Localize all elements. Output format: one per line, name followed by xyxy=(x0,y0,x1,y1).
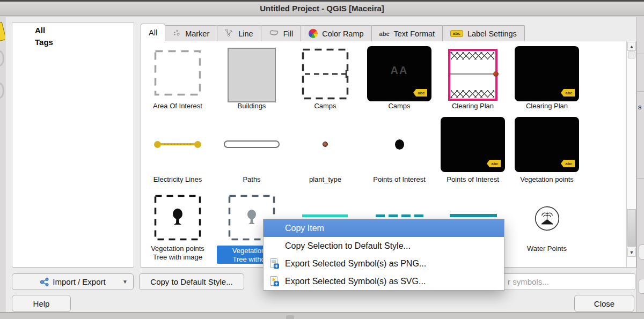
symbol-vegetation-points-label[interactable]: abc xyxy=(515,117,579,172)
symbol-label: plant_type xyxy=(288,175,362,183)
qgis-style-manager-window: Untitled Project - QGIS [Maceira] s All … xyxy=(0,0,644,319)
window-title: Untitled Project - QGIS [Maceira] xyxy=(260,4,384,13)
abc-badge-icon: abc xyxy=(561,89,575,97)
close-button[interactable]: Close xyxy=(574,295,634,312)
tags-panel[interactable]: All Tags xyxy=(12,22,134,268)
symbol-label: Buildings xyxy=(215,102,289,110)
tab-all[interactable]: All xyxy=(141,24,165,41)
color-ramp-icon xyxy=(309,29,318,38)
symbol-hidden-teal[interactable] xyxy=(302,214,348,217)
tab-fill[interactable]: Fill xyxy=(261,25,302,41)
symbol-clearing-plan[interactable]: + + xyxy=(448,49,497,101)
tab-text-format[interactable]: abc Text Format xyxy=(371,25,443,41)
scroll-down-button[interactable]: ▼ xyxy=(627,248,636,257)
symbol-label: Area Of Interest xyxy=(141,102,215,110)
svg-file-icon xyxy=(268,276,280,289)
symbol-label: Clearing Plan xyxy=(510,102,584,110)
symbol-label: Camps xyxy=(362,102,436,110)
symbol-plant-type[interactable] xyxy=(323,142,328,147)
style-manager-dialog: All Tags All Marker Line xyxy=(5,17,636,312)
menu-item-copy-selection-default[interactable]: Copy Selection to Default Style... xyxy=(264,237,504,255)
symbol-label: Points of Interest xyxy=(362,175,436,183)
tab-line[interactable]: Line xyxy=(217,25,261,41)
symbol-label: Vegetation points xyxy=(141,244,215,253)
symbol-hidden-teal-dash[interactable] xyxy=(376,214,385,217)
tag-group-tags[interactable]: Tags xyxy=(35,38,53,47)
tile-sample-text: AA xyxy=(367,64,431,77)
symbol-hidden-teal[interactable] xyxy=(450,214,497,217)
style-manager-icon xyxy=(0,22,5,42)
symbol-label: Paths xyxy=(215,175,289,183)
symbol-buildings[interactable] xyxy=(228,48,276,102)
symbol-hidden-teal-dash[interactable] xyxy=(401,214,411,217)
scrollbar-thumb-lower[interactable] xyxy=(627,209,636,247)
tab-color-ramp[interactable]: Color Ramp xyxy=(301,25,371,41)
panel-edge-text: s xyxy=(638,103,642,111)
tab-marker[interactable]: Marker xyxy=(165,25,217,41)
filter-symbols-input[interactable] xyxy=(502,273,635,290)
chevron-down-icon: ▼ xyxy=(122,279,128,285)
scroll-up-button[interactable]: ▲ xyxy=(627,42,636,51)
toolbar-icon xyxy=(0,50,4,66)
type-tab-bar: All Marker Line Fill xyxy=(141,24,525,41)
copy-to-default-style-button[interactable]: Copy to Default Style... xyxy=(139,273,244,290)
symbol-camps-label[interactable]: AA abc xyxy=(367,46,431,101)
scrollbar-thumb[interactable] xyxy=(628,51,635,58)
background-panel-sliver: s xyxy=(636,17,644,312)
import-export-button[interactable]: Import / Export ▼ xyxy=(12,273,134,290)
text-format-icon: abc xyxy=(379,31,390,37)
symbol-camps-outline[interactable] xyxy=(302,48,349,100)
context-menu: Copy Item Copy Selection to Default Styl… xyxy=(263,219,504,291)
vertex-marker xyxy=(493,71,499,77)
symbol-area-of-interest[interactable] xyxy=(154,50,201,96)
title-bar[interactable]: Untitled Project - QGIS [Maceira] xyxy=(0,0,644,16)
symbol-label: Clearing Plan xyxy=(436,102,510,110)
symbol-points-of-interest[interactable] xyxy=(395,139,404,150)
menu-item-copy-item[interactable]: Copy Item xyxy=(264,219,504,237)
symbol-label: Camps xyxy=(288,102,362,110)
toolbar-icon xyxy=(0,83,4,99)
symbol-label: Vegetation points xyxy=(510,175,584,183)
symbol-hidden-teal-dash[interactable] xyxy=(414,214,423,217)
tag-item-all[interactable]: All xyxy=(35,26,45,35)
vertical-scrollbar[interactable]: ▲ ▼ xyxy=(626,41,636,267)
menu-item-export-png[interactable]: Export Selected Symbol(s) as PNG... xyxy=(264,255,504,272)
menu-item-export-svg[interactable]: Export Selected Symbol(s) as SVG... xyxy=(264,272,504,290)
abc-badge-icon: abc xyxy=(413,89,427,97)
share-icon xyxy=(40,277,49,287)
symbol-label: Points of Interest xyxy=(436,175,510,183)
symbol-clearing-plan-label[interactable]: abc xyxy=(515,46,579,101)
symbol-points-of-interest-label[interactable]: abc xyxy=(441,117,505,172)
symbol-paths[interactable] xyxy=(224,140,280,148)
tab-label-settings[interactable]: abc Label Settings xyxy=(442,25,525,41)
symbol-label: Water Points xyxy=(510,244,584,253)
background-statusbar-sliver xyxy=(0,312,644,319)
symbol-hidden-teal-dash[interactable] xyxy=(389,214,398,217)
background-toolbar-sliver xyxy=(0,17,5,312)
line-icon xyxy=(225,28,234,39)
fill-icon xyxy=(269,29,279,38)
symbol-water-points[interactable] xyxy=(535,206,560,231)
marker-icon xyxy=(173,29,181,39)
symbol-label: Electricity Lines xyxy=(141,175,215,183)
label-settings-icon: abc xyxy=(450,30,463,37)
png-file-icon xyxy=(268,258,280,271)
abc-badge-icon: abc xyxy=(487,160,501,167)
help-button[interactable]: Help xyxy=(12,295,71,312)
symbol-label: Tree with image xyxy=(141,253,215,261)
symbol-vegetation-tree-image[interactable] xyxy=(154,195,201,241)
abc-badge-icon: abc xyxy=(561,160,575,167)
